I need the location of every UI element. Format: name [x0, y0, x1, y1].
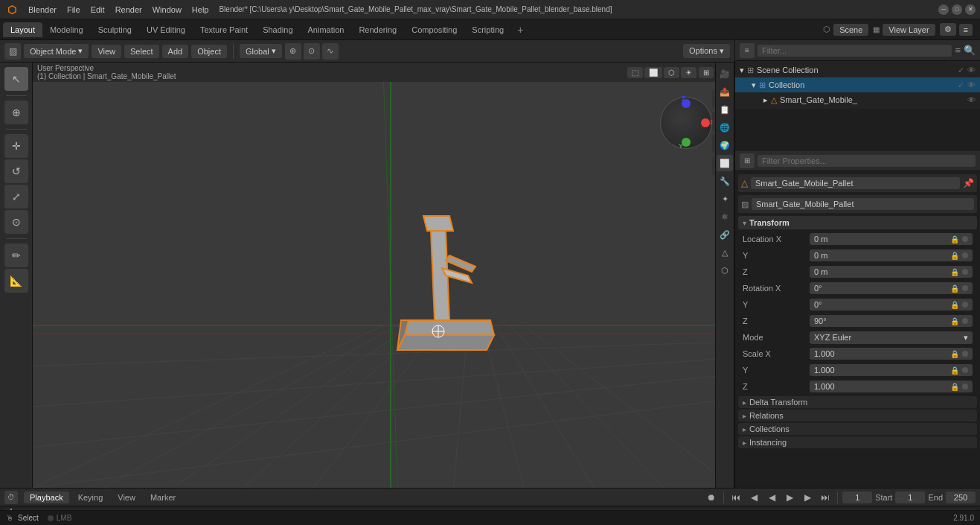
- outliner-highlight-button[interactable]: 🔍: [964, 45, 976, 56]
- tab-rendering[interactable]: Rendering: [351, 22, 404, 37]
- jump-to-start-button[interactable]: ⏮: [728, 490, 743, 505]
- properties-search-input[interactable]: [758, 155, 976, 167]
- location-x-value[interactable]: 0 m 🔒: [810, 233, 973, 245]
- output-tab[interactable]: 📤: [717, 83, 733, 100]
- collection-eye[interactable]: 👁: [967, 80, 976, 90]
- transform-tool-button[interactable]: ⊙: [4, 210, 28, 234]
- gizmo-sphere[interactable]: X Y Z: [660, 97, 712, 149]
- object-data-tab[interactable]: △: [717, 244, 733, 261]
- tab-texture-paint[interactable]: Texture Paint: [193, 22, 255, 37]
- viewport[interactable]: User Perspective (1) Collection | Smart_…: [33, 63, 734, 488]
- window-minimize-button[interactable]: ─: [938, 4, 949, 15]
- tab-uv-editing[interactable]: UV Editing: [139, 22, 193, 37]
- location-y-lock[interactable]: 🔒: [950, 252, 959, 260]
- jump-to-end-button[interactable]: ⏭: [818, 490, 833, 505]
- location-y-value[interactable]: 0 m 🔒: [810, 249, 973, 261]
- select-tool-button[interactable]: ↖: [4, 67, 28, 91]
- relations-header[interactable]: ▸ Relations: [738, 410, 977, 421]
- collections-header[interactable]: ▸ Collections: [738, 423, 977, 435]
- scene-collection-row[interactable]: ▾ ⊞ Scene Collection ✓ 👁: [735, 63, 980, 77]
- add-workspace-button[interactable]: +: [511, 21, 529, 39]
- delta-transform-header[interactable]: ▸ Delta Transform: [738, 396, 977, 408]
- rotation-x-lock[interactable]: 🔒: [950, 284, 959, 293]
- add-menu-button[interactable]: Add: [162, 45, 189, 58]
- show-overlay-button[interactable]: ⊞: [699, 67, 714, 78]
- window-close-button[interactable]: ✕: [965, 4, 976, 15]
- menu-window[interactable]: Window: [148, 4, 186, 16]
- pin-icon[interactable]: 📌: [963, 178, 974, 188]
- menu-render[interactable]: Render: [111, 4, 147, 16]
- scale-z-lock[interactable]: 🔒: [950, 383, 959, 391]
- view-tab[interactable]: View: [112, 491, 141, 503]
- object-eye[interactable]: 👁: [967, 95, 976, 104]
- tab-sculpting[interactable]: Sculpting: [91, 22, 139, 37]
- object-row[interactable]: ▸ △ Smart_Gate_Mobile_ 👁: [735, 92, 980, 107]
- physics-tab[interactable]: ⚛: [717, 209, 733, 225]
- render-tab[interactable]: 🎥: [717, 66, 733, 82]
- collection-check[interactable]: ✓: [958, 80, 964, 90]
- scene-collection-check[interactable]: ✓: [958, 66, 964, 75]
- object-tab[interactable]: ⬜: [717, 155, 733, 171]
- sub-object-name[interactable]: Smart_Gate_Mobile_Pallet: [752, 198, 974, 210]
- start-frame-input[interactable]: 1: [895, 491, 925, 503]
- options-button[interactable]: Options ▾: [683, 44, 730, 58]
- scale-y-lock[interactable]: 🔒: [950, 366, 959, 375]
- scale-x-lock[interactable]: 🔒: [950, 350, 959, 358]
- proportional-edit-button[interactable]: ⊙: [304, 43, 320, 60]
- menu-file[interactable]: File: [63, 4, 85, 16]
- solid-button[interactable]: ⬜: [644, 67, 662, 78]
- object-menu-button[interactable]: Object: [191, 45, 227, 58]
- mode-select-button[interactable]: Object Mode ▾: [24, 44, 89, 58]
- instancing-header[interactable]: ▸ Instancing: [738, 436, 977, 448]
- material-tab[interactable]: ⬡: [717, 262, 733, 279]
- measure-tool-button[interactable]: 📐: [4, 269, 28, 293]
- tab-modeling[interactable]: Modeling: [42, 22, 91, 37]
- collection-row[interactable]: ▾ ⊞ Collection ✓ 👁: [735, 77, 980, 92]
- move-tool-button[interactable]: ✛: [4, 134, 28, 158]
- tab-shading[interactable]: Shading: [255, 22, 300, 37]
- rendered-button[interactable]: ☀: [681, 67, 696, 78]
- scale-tool-button[interactable]: ⤢: [4, 185, 28, 209]
- render-settings-button[interactable]: ⚙: [940, 23, 956, 36]
- rotation-y-value[interactable]: 0° 🔒: [810, 299, 973, 311]
- step-forward-button[interactable]: ▶: [800, 490, 815, 505]
- tab-scripting[interactable]: Scripting: [464, 22, 511, 37]
- modifier-tab[interactable]: 🔧: [717, 173, 733, 189]
- navigation-gizmo[interactable]: X Y Z: [660, 97, 720, 156]
- outliner-filter-button[interactable]: ≡: [955, 45, 961, 56]
- overlay-button[interactable]: ∿: [322, 43, 339, 60]
- menu-edit[interactable]: Edit: [86, 4, 109, 16]
- transform-section-header[interactable]: ▾ Transform: [738, 216, 977, 229]
- rotation-z-lock[interactable]: 🔒: [950, 317, 959, 325]
- wireframe-button[interactable]: ⬚: [627, 67, 643, 78]
- constraints-tab[interactable]: 🔗: [717, 226, 733, 243]
- rotation-z-value[interactable]: 90° 🔒: [810, 315, 973, 327]
- scale-y-value[interactable]: 1.000 🔒: [810, 364, 973, 376]
- particles-tab[interactable]: ✦: [717, 191, 733, 207]
- tab-layout[interactable]: Layout: [3, 22, 42, 37]
- record-button[interactable]: ⏺: [704, 490, 719, 505]
- rotate-tool-button[interactable]: ↺: [4, 159, 28, 183]
- object-name-field[interactable]: Smart_Gate_Mobile_Pallet: [751, 177, 960, 189]
- location-x-lock[interactable]: 🔒: [950, 235, 959, 244]
- keying-tab[interactable]: Keying: [72, 491, 109, 503]
- play-reverse-button[interactable]: ◀: [764, 490, 779, 505]
- view-menu-button[interactable]: View: [92, 45, 121, 58]
- tab-compositing[interactable]: Compositing: [404, 22, 464, 37]
- mode-dropdown[interactable]: XYZ Euler ▾: [810, 331, 973, 344]
- tab-animation[interactable]: Animation: [301, 22, 352, 37]
- playback-tab[interactable]: Playback: [24, 491, 69, 503]
- rotation-x-value[interactable]: 0° 🔒: [810, 282, 973, 294]
- scale-z-value[interactable]: 1.000 🔒: [810, 381, 973, 392]
- scene-tab[interactable]: 🌐: [717, 119, 733, 136]
- end-frame-input[interactable]: 250: [946, 491, 976, 503]
- scale-x-value[interactable]: 1.000 🔒: [810, 348, 973, 360]
- viewport-icon[interactable]: ▨: [4, 43, 21, 60]
- play-button[interactable]: ▶: [782, 490, 797, 505]
- snap-button[interactable]: ⊕: [285, 43, 301, 60]
- gizmo-x-dot[interactable]: [701, 118, 710, 127]
- view-layer-name[interactable]: View Layer: [883, 24, 935, 36]
- cursor-tool-button[interactable]: ⊕: [4, 101, 28, 124]
- select-menu-button[interactable]: Select: [124, 45, 159, 58]
- scene-collection-eye[interactable]: 👁: [967, 66, 976, 75]
